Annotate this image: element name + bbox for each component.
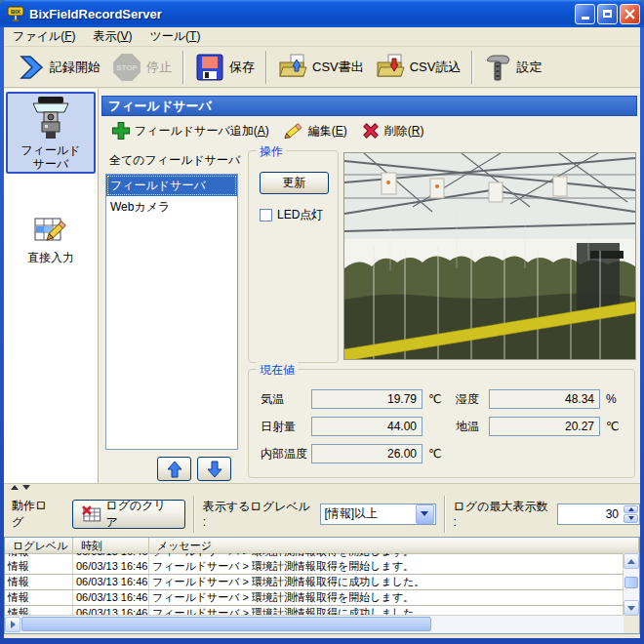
humidity-label: 湿度 [456, 391, 489, 408]
record-start-button[interactable]: 記録開始 [12, 51, 106, 84]
minimize-icon [582, 17, 589, 20]
add-field-server-button[interactable]: フィールドサーバ追加(A) [107, 119, 273, 142]
scroll-right-button[interactable] [5, 617, 20, 632]
csv-import-icon [376, 53, 405, 82]
server-listbox: フィールドサーバ Webカメラ [105, 174, 238, 450]
column-header-level[interactable]: ログレベル [5, 538, 73, 553]
close-icon [624, 9, 635, 20]
csv-import-button[interactable]: CSV読込 [370, 50, 467, 85]
internal-temp-label: 内部温度 [261, 446, 311, 463]
svg-text:BIX: BIX [11, 9, 20, 15]
sidebar-item-label: フィールド [20, 143, 80, 157]
max-log-count-stepper[interactable]: 30 [557, 503, 640, 525]
list-item-field-server[interactable]: フィールドサーバ [106, 175, 237, 196]
sidebar-item-label: サーバ [33, 157, 69, 171]
clear-log-button[interactable]: ログのクリア [72, 500, 185, 529]
minimize-button[interactable] [575, 4, 595, 24]
column-header-time[interactable]: 時刻 [73, 538, 149, 553]
column-header-message[interactable]: メッセージ [149, 538, 639, 553]
stop-button[interactable]: STOP 停止 [106, 50, 178, 85]
log-row[interactable]: 情報 06/03/13 16:46:34 フィールドサーバ > 環境計測情報取得… [5, 590, 624, 606]
temp-label: 気温 [261, 391, 311, 408]
soil-temp-label: 地温 [456, 419, 489, 435]
soil-temp-value-field[interactable]: 20.27 [489, 417, 600, 436]
max-log-count-value: 30 [558, 504, 623, 524]
bix-app-icon: BIX [6, 4, 25, 23]
horizontal-scroll-thumb[interactable] [21, 617, 431, 631]
solar-value-field[interactable]: 44.00 [311, 417, 423, 436]
action-bar: フィールドサーバ追加(A) 編集(E) [101, 118, 637, 143]
delete-x-icon [361, 121, 381, 141]
maximize-button[interactable] [597, 4, 618, 24]
log-row[interactable]: 情報 06/03/13 16:46:17 フィールドサーバ > 環境計測情報取得… [5, 575, 624, 590]
internal-temp-unit: ℃ [428, 447, 441, 461]
internal-temp-value-field[interactable]: 26.00 [311, 444, 423, 463]
temp-unit: ℃ [428, 392, 452, 406]
log-row[interactable]: 情報 06/03/13 16:46:11 フィールドサーバ > 環境計測情報取得… [5, 559, 624, 575]
panel-header: フィールドサーバ [101, 96, 637, 116]
move-down-button[interactable] [197, 457, 231, 481]
led-checkbox-label: LED点灯 [277, 207, 323, 223]
list-item-webcam[interactable]: Webカメラ [106, 196, 237, 218]
maximize-icon [603, 10, 612, 18]
arrow-down-icon [207, 461, 222, 478]
add-plus-icon [111, 121, 131, 141]
csv-export-button[interactable]: CSV書出 [272, 50, 370, 85]
vertical-scroll-thumb[interactable] [624, 577, 638, 588]
max-log-count-label: ログの最大表示数 : [454, 499, 553, 529]
menu-tools[interactable]: ツール(T) [141, 27, 209, 47]
main-toolbar: 記録開始 STOP 停止 保存 [4, 47, 640, 88]
log-time-cell: 06/03/13 16:46:34 [73, 590, 149, 605]
dropdown-arrow-button[interactable] [416, 504, 434, 524]
move-up-button[interactable] [157, 457, 191, 481]
app-window: BIX BixFieldRecordServer ファイル(F) 表示(V) ツ… [0, 0, 644, 644]
stepper-up-button[interactable] [624, 505, 638, 514]
stepper-down-button[interactable] [624, 514, 638, 523]
log-time-cell: 06/03/13 16:46:17 [73, 575, 149, 589]
greenhouse-photo [344, 153, 635, 359]
stop-icon: STOP [112, 53, 141, 82]
scroll-down-button[interactable] [624, 600, 639, 616]
delete-button[interactable]: 削除(R) [357, 119, 428, 142]
horizontal-splitter[interactable] [4, 483, 640, 491]
current-values-title: 現在値 [257, 362, 298, 379]
window-title: BixFieldRecordServer [29, 7, 575, 21]
menu-view[interactable]: 表示(V) [84, 27, 141, 47]
toolbar-separator [471, 51, 473, 84]
save-button[interactable]: 保存 [189, 50, 261, 85]
record-start-icon [18, 54, 45, 81]
sidebar-item-direct-input[interactable]: 直接入力 [6, 209, 96, 267]
settings-button[interactable]: 設定 [478, 50, 547, 85]
humidity-value-field[interactable]: 48.34 [489, 389, 600, 409]
log-level-selected-value: [情報]以上 [321, 505, 415, 522]
temp-value-field[interactable]: 19.79 [311, 389, 423, 409]
vertical-scrollbar[interactable] [624, 553, 639, 616]
svg-text:STOP: STOP [116, 63, 138, 72]
log-table-header: ログレベル 時刻 メッセージ [5, 538, 639, 554]
menu-file[interactable]: ファイル(F) [4, 27, 84, 47]
refresh-button[interactable]: 更新 [260, 172, 329, 194]
log-time-cell: 06/03/13 16:46:11 [73, 559, 149, 574]
arrow-up-icon [167, 461, 182, 478]
main-panel: フィールドサーバ フィールドサーバ追加(A) [99, 89, 640, 483]
toolbar-separator [182, 51, 184, 84]
scroll-up-button[interactable] [624, 553, 639, 569]
log-level-cell: 情報 [5, 590, 73, 605]
soil-temp-unit: ℃ [606, 420, 619, 433]
horizontal-scrollbar[interactable] [5, 615, 624, 633]
log-level-dropdown[interactable]: [情報]以上 [320, 503, 436, 525]
menubar: ファイル(F) 表示(V) ツール(T) [4, 27, 640, 47]
operation-group-title: 操作 [257, 143, 286, 160]
controls-separator [444, 496, 446, 533]
edit-button[interactable]: 編集(E) [279, 119, 351, 142]
csv-export-icon [278, 53, 307, 82]
clear-log-icon [81, 504, 102, 524]
splitter-collapse-down-icon [22, 485, 30, 490]
log-table-body: 情報 06/03/13 16:46:11 フィールドサーバ > 環境計測情報取得… [5, 553, 624, 616]
sidebar-item-field-server[interactable]: フィールド サーバ [6, 92, 96, 174]
log-table: ログレベル 時刻 メッセージ 情報 06/03/13 16:46:11 フィール… [4, 537, 640, 634]
led-checkbox[interactable] [260, 209, 272, 221]
splitter-collapse-up-icon [11, 485, 19, 490]
log-message-cell: フィールドサーバ > 環境計測情報取得を開始します。 [149, 590, 624, 605]
close-button[interactable] [620, 4, 640, 24]
